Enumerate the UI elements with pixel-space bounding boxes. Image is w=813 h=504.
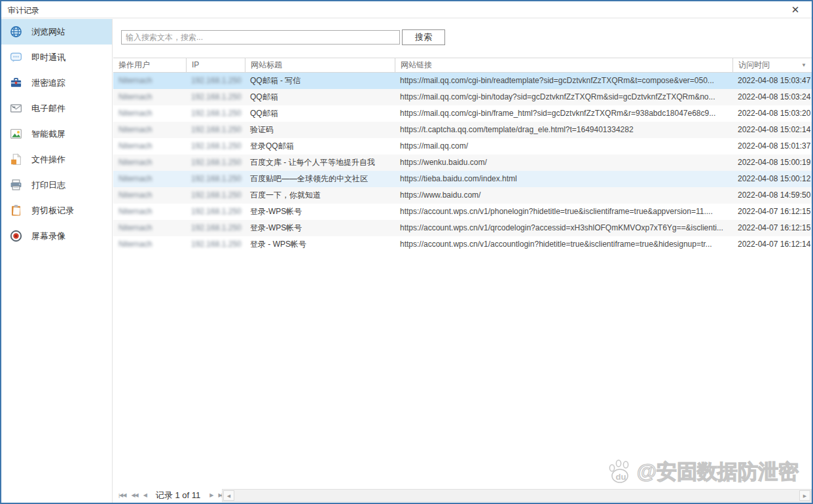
cell-user-redacted: Niternach bbox=[113, 138, 186, 154]
first-page-button[interactable]: |◀◀ bbox=[116, 488, 128, 503]
prev-page-button[interactable]: ◀ bbox=[141, 488, 149, 503]
table-row[interactable]: Niternach192.168.1.250百度一下，你就知道https://w… bbox=[113, 187, 812, 204]
cell-visit-time: 2022-04-08 15:02:14 bbox=[732, 122, 812, 138]
cell-site-title: 百度一下，你就知道 bbox=[245, 187, 395, 204]
sidebar-item-5[interactable]: 文件操作 bbox=[1, 147, 112, 172]
cell-ip-redacted: 192.168.1.250 bbox=[186, 187, 245, 204]
printer-icon bbox=[10, 179, 22, 191]
sidebar-item-3[interactable]: 电子邮件 bbox=[1, 96, 112, 121]
table-row[interactable]: Niternach192.168.1.250QQ邮箱 - 写信https://m… bbox=[113, 73, 812, 89]
audit-records-window: 审计记录 ✕ 浏览网站即时通讯泄密追踪电子邮件智能截屏文件操作打印日志剪切板记录… bbox=[0, 0, 813, 504]
cell-visit-time: 2022-04-08 15:00:12 bbox=[732, 171, 812, 187]
column-header-user[interactable]: 操作用户 bbox=[113, 58, 186, 72]
cell-site-title: 百度贴吧——全球领先的中文社区 bbox=[245, 171, 395, 187]
footer: |◀◀◀◀◀记录 1 of 11▶▶▶▶▶| ◀ ▶ bbox=[113, 488, 812, 503]
main-panel: 搜索 操作用户IP网站标题网站链接访问时间▼ Niternach192.168.… bbox=[113, 19, 812, 503]
cell-ip-redacted: 192.168.1.250 bbox=[186, 220, 245, 236]
cell-ip-redacted: 192.168.1.250 bbox=[186, 204, 245, 220]
sidebar-item-8[interactable]: 屏幕录像 bbox=[1, 223, 112, 249]
cell-site-title: 登录 - WPS帐号 bbox=[245, 236, 395, 253]
cell-visit-time: 2022-04-08 15:01:37 bbox=[732, 138, 812, 154]
cell-site-title: 百度文库 - 让每个人平等地提升自我 bbox=[245, 154, 395, 171]
cell-visit-time: 2022-04-08 15:03:20 bbox=[732, 105, 812, 122]
column-header-title[interactable]: 网站标题 bbox=[245, 58, 395, 72]
sidebar-item-label: 屏幕录像 bbox=[31, 230, 65, 242]
table-row[interactable]: Niternach192.168.1.250验证码https://t.captc… bbox=[113, 122, 812, 138]
table-row[interactable]: Niternach192.168.1.250登录QQ邮箱https://mail… bbox=[113, 138, 812, 154]
sort-arrow-icon[interactable]: ▼ bbox=[801, 58, 806, 72]
cell-site-title: QQ邮箱 bbox=[245, 89, 395, 105]
close-icon[interactable]: ✕ bbox=[788, 3, 803, 16]
table-row[interactable]: Niternach192.168.1.250百度贴吧——全球领先的中文社区htt… bbox=[113, 171, 812, 187]
cell-site-url: https://t.captcha.qq.com/template/drag_e… bbox=[395, 122, 732, 138]
sidebar-item-6[interactable]: 打印日志 bbox=[1, 172, 112, 198]
table-row[interactable]: Niternach192.168.1.250登录-WPS帐号https://ac… bbox=[113, 204, 812, 220]
table-row[interactable]: Niternach192.168.1.250QQ邮箱https://mail.q… bbox=[113, 105, 812, 122]
sidebar-item-2[interactable]: 泄密追踪 bbox=[1, 70, 112, 96]
cell-site-url: https://mail.qq.com/cgi-bin/readtemplate… bbox=[395, 73, 732, 89]
sidebar: 浏览网站即时通讯泄密追踪电子邮件智能截屏文件操作打印日志剪切板记录屏幕录像 bbox=[1, 19, 113, 503]
cell-site-title: 登录-WPS帐号 bbox=[245, 204, 395, 220]
cell-visit-time: 2022-04-07 16:12:15 bbox=[732, 204, 812, 220]
cell-ip-redacted: 192.168.1.250 bbox=[186, 122, 245, 138]
cell-ip-redacted: 192.168.1.250 bbox=[186, 154, 245, 171]
sidebar-item-label: 剪切板记录 bbox=[31, 205, 74, 217]
scroll-right-icon[interactable]: ▶ bbox=[799, 490, 810, 501]
column-header-url[interactable]: 网站链接 bbox=[395, 58, 732, 72]
cell-site-url: https://account.wps.cn/v1/phonelogin?hid… bbox=[395, 204, 732, 220]
cell-visit-time: 2022-04-07 16:12:15 bbox=[732, 220, 812, 236]
column-header-ip[interactable]: IP bbox=[186, 58, 245, 72]
cell-ip-redacted: 192.168.1.250 bbox=[186, 89, 245, 105]
cell-site-title: QQ邮箱 bbox=[245, 105, 395, 122]
cell-ip-redacted: 192.168.1.250 bbox=[186, 105, 245, 122]
globe-icon bbox=[10, 26, 22, 38]
baidu-du-text: du bbox=[615, 472, 626, 482]
baidu-paw-icon: du bbox=[607, 459, 634, 485]
horizontal-scrollbar[interactable]: ◀ ▶ bbox=[222, 489, 812, 502]
table-row[interactable]: Niternach192.168.1.250登录-WPS帐号https://ac… bbox=[113, 220, 812, 236]
cell-site-title: 登录-WPS帐号 bbox=[245, 220, 395, 236]
table-row[interactable]: Niternach192.168.1.250百度文库 - 让每个人平等地提升自我… bbox=[113, 154, 812, 171]
sidebar-item-label: 打印日志 bbox=[31, 179, 65, 191]
cell-site-title: QQ邮箱 - 写信 bbox=[245, 73, 395, 89]
cell-ip-redacted: 192.168.1.250 bbox=[186, 73, 245, 89]
cell-site-url: https://mail.qq.com/cgi-bin/today?sid=gc… bbox=[395, 89, 732, 105]
cell-ip-redacted: 192.168.1.250 bbox=[186, 171, 245, 187]
cell-visit-time: 2022-04-08 15:03:47 bbox=[732, 73, 812, 89]
cell-user-redacted: Niternach bbox=[113, 105, 186, 122]
chat-icon bbox=[10, 51, 22, 63]
sidebar-item-4[interactable]: 智能截屏 bbox=[1, 121, 112, 147]
sidebar-item-label: 文件操作 bbox=[31, 154, 65, 166]
scroll-left-icon[interactable]: ◀ bbox=[223, 490, 234, 501]
cell-site-url: https://mail.qq.com/ bbox=[395, 138, 732, 154]
record-icon bbox=[10, 230, 22, 242]
table-row[interactable]: Niternach192.168.1.250登录 - WPS帐号https://… bbox=[113, 236, 812, 253]
column-header-time[interactable]: 访问时间▼ bbox=[732, 58, 812, 72]
cell-site-url: https://account.wps.cn/v1/qrcodelogin?ac… bbox=[395, 220, 732, 236]
cell-site-url: https://tieba.baidu.com/index.html bbox=[395, 171, 732, 187]
table-row[interactable]: Niternach192.168.1.250QQ邮箱https://mail.q… bbox=[113, 89, 812, 105]
cell-site-url: https://wenku.baidu.com/ bbox=[395, 154, 732, 171]
cell-user-redacted: Niternach bbox=[113, 220, 186, 236]
sidebar-item-7[interactable]: 剪切板记录 bbox=[1, 198, 112, 223]
sidebar-item-label: 即时通讯 bbox=[31, 52, 65, 63]
search-button[interactable]: 搜索 bbox=[402, 29, 445, 45]
sidebar-item-1[interactable]: 即时通讯 bbox=[1, 45, 112, 70]
cell-site-url: https://mail.qq.com/cgi-bin/frame_html?s… bbox=[395, 105, 732, 122]
cell-user-redacted: Niternach bbox=[113, 73, 186, 89]
sidebar-item-label: 泄密追踪 bbox=[31, 77, 65, 89]
sidebar-item-label: 智能截屏 bbox=[31, 128, 65, 140]
sidebar-item-label: 浏览网站 bbox=[31, 26, 65, 38]
next-page-button[interactable]: ▶ bbox=[207, 488, 215, 503]
cell-site-title: 登录QQ邮箱 bbox=[245, 138, 395, 154]
search-input[interactable] bbox=[121, 30, 400, 45]
cell-user-redacted: Niternach bbox=[113, 171, 186, 187]
cell-user-redacted: Niternach bbox=[113, 204, 186, 220]
window-title: 审计记录 bbox=[8, 5, 39, 16]
fast-prev-button[interactable]: ◀◀ bbox=[128, 488, 140, 503]
cell-site-title: 验证码 bbox=[245, 122, 395, 138]
record-count-label: 记录 1 of 11 bbox=[156, 490, 200, 501]
cell-user-redacted: Niternach bbox=[113, 89, 186, 105]
sidebar-item-0[interactable]: 浏览网站 bbox=[1, 19, 112, 45]
cell-user-redacted: Niternach bbox=[113, 236, 186, 253]
